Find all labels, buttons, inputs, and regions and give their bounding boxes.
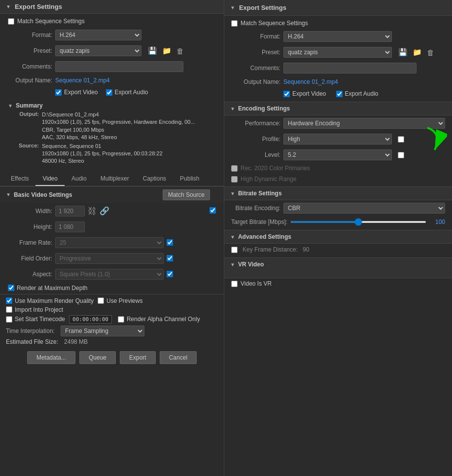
left-summary-collapse[interactable]: ▼: [8, 103, 13, 109]
left-match-sequence-row: Match Sequence Settings: [0, 14, 224, 27]
left-width-value: 1 920: [55, 206, 85, 217]
right-bitrate-slider[interactable]: [290, 221, 426, 223]
preset-import-btn[interactable]: 📁: [161, 46, 173, 56]
right-bitrate-encoding-select[interactable]: CBR: [283, 203, 445, 214]
right-match-sequence-checkbox[interactable]: [231, 20, 238, 27]
left-use-previews-label: Use Previews: [98, 297, 142, 304]
left-export-video-checkbox[interactable]: [55, 89, 62, 96]
right-advanced-settings-title: Advanced Settings: [238, 233, 291, 240]
left-preset-select[interactable]: quatz zapis: [55, 45, 141, 56]
left-export-settings-header: ▼ Export Settings: [0, 0, 224, 14]
left-time-interp-row: Time Interpolation: Frame Sampling: [6, 326, 218, 336]
left-chain-icon: ⛓: [88, 207, 97, 216]
right-preset-save-btn[interactable]: 💾: [397, 47, 409, 57]
left-export-audio-checkbox[interactable]: [106, 89, 112, 96]
right-keyframe-row: Key Frame Distance: 90: [224, 244, 452, 256]
left-file-size-label: Estimated File Size:: [6, 338, 58, 345]
left-collapse-icon[interactable]: ▼: [6, 4, 11, 9]
left-format-select[interactable]: H.264: [55, 30, 141, 40]
right-level-select[interactable]: 5.2: [283, 149, 392, 160]
left-height-row: Height: 1 080: [0, 219, 224, 235]
left-action-buttons: Metadata... Queue Export Cancel: [6, 347, 218, 366]
left-export-btn[interactable]: Export: [120, 351, 156, 364]
left-match-sequence-label: Match Sequence Settings: [17, 18, 85, 25]
right-bitrate-collapse[interactable]: ▼: [230, 191, 235, 196]
right-preset-delete-btn[interactable]: 🗑: [425, 47, 436, 57]
right-output-name-label: Output Name:: [231, 78, 280, 85]
right-preset-select[interactable]: quatz zapis: [283, 47, 392, 58]
left-bottom-bar: Use Maximum Render Quality Use Previews …: [0, 294, 224, 369]
right-bitrate-settings-header: ▼ Bitrate Settings: [224, 186, 452, 200]
right-rec2020-checkbox: [231, 165, 238, 172]
tab-video[interactable]: Video: [35, 172, 64, 186]
right-comments-label: Comments:: [231, 65, 280, 72]
right-hdr-checkbox: [231, 176, 238, 183]
right-comments-row: Comments:: [224, 60, 452, 76]
left-height-value: 1 080: [55, 221, 85, 232]
right-level-checkbox[interactable]: [398, 152, 404, 158]
left-height-label: Height:: [8, 223, 52, 230]
left-match-source-btn[interactable]: Match Source: [163, 189, 210, 200]
tab-multiplexer[interactable]: Multiplexer: [94, 172, 136, 186]
tab-effects[interactable]: Effects: [4, 172, 35, 186]
right-vr-collapse[interactable]: ▼: [230, 262, 235, 267]
right-advanced-collapse[interactable]: ▼: [230, 234, 235, 240]
right-profile-select[interactable]: High: [283, 134, 392, 145]
left-max-quality-checkbox[interactable]: [6, 297, 12, 304]
right-profile-checkbox[interactable]: [398, 136, 404, 143]
left-render-alpha-checkbox[interactable]: [118, 316, 124, 323]
right-video-is-vr-row: Video Is VR: [224, 278, 452, 289]
left-use-previews-checkbox[interactable]: [98, 297, 104, 304]
left-basic-video-header: ▼ Basic Video Settings Match Source: [0, 186, 224, 203]
tab-publish[interactable]: Publish: [173, 172, 206, 186]
right-export-settings-header: ▼ Export Settings: [224, 0, 452, 16]
right-video-is-vr-checkbox[interactable]: [231, 281, 238, 287]
left-aspect-label: Aspect:: [8, 271, 52, 278]
right-keyframe-checkbox[interactable]: [231, 247, 238, 253]
left-file-size-value: 2498 MB: [64, 338, 88, 345]
left-queue-btn[interactable]: Queue: [79, 351, 116, 364]
right-preset-import-btn[interactable]: 📁: [411, 47, 423, 57]
right-rec2020-label: Rec. 2020 Color Primaries: [241, 165, 310, 172]
left-field-order-checkbox[interactable]: [167, 255, 173, 261]
right-vr-header: ▼ VR Video: [224, 257, 452, 278]
left-render-alpha-label: Render Alpha Channel Only: [118, 316, 200, 323]
right-hdr-row: High Dynamic Range: [224, 174, 452, 184]
right-advanced-settings-header: ▼ Advanced Settings: [224, 230, 452, 244]
left-field-order-select[interactable]: Progressive: [55, 253, 164, 264]
left-summary-title: ▼ Summary: [8, 100, 216, 111]
right-encoding-collapse[interactable]: ▼: [230, 106, 235, 111]
left-frame-rate-checkbox[interactable]: [167, 239, 173, 246]
left-comments-input[interactable]: [55, 61, 183, 72]
tab-audio[interactable]: Audio: [65, 172, 94, 186]
right-export-video-checkbox[interactable]: [283, 91, 290, 97]
left-format-row: Format: H.264: [0, 27, 224, 43]
right-vr-title: VR Video: [238, 261, 264, 268]
right-encoding-settings-header: ▼ Encoding Settings: [224, 102, 452, 115]
left-output-name-link[interactable]: Sequence 01_2.mp4: [55, 77, 110, 84]
left-cancel-btn[interactable]: Cancel: [160, 351, 197, 364]
preset-save-btn[interactable]: 💾: [146, 46, 159, 56]
right-output-name-row: Output Name: Sequence 01_2.mp4: [224, 76, 452, 88]
left-metadata-btn[interactable]: Metadata...: [27, 351, 75, 364]
right-output-name-link[interactable]: Sequence 01_2.mp4: [283, 78, 338, 85]
right-comments-input[interactable]: [283, 63, 417, 73]
right-export-audio-checkbox[interactable]: [336, 91, 343, 97]
left-start-timecode-checkbox[interactable]: [6, 316, 12, 323]
left-time-interp-select[interactable]: Frame Sampling: [61, 326, 144, 336]
right-format-select[interactable]: H.264: [283, 31, 392, 42]
left-width-checkbox[interactable]: [209, 207, 216, 214]
left-max-quality-label: Use Maximum Render Quality: [6, 297, 94, 304]
left-aspect-select[interactable]: Square Pixels (1.0): [55, 269, 164, 280]
left-frame-rate-select[interactable]: 25: [55, 237, 164, 248]
left-match-sequence-checkbox[interactable]: [8, 18, 14, 25]
left-import-project-checkbox[interactable]: [6, 306, 12, 313]
left-basic-video-collapse[interactable]: ▼: [6, 192, 11, 197]
left-aspect-checkbox[interactable]: [167, 271, 173, 277]
preset-delete-btn[interactable]: 🗑: [175, 46, 185, 56]
right-performance-select[interactable]: Hardware Encoding: [283, 118, 445, 129]
right-video-is-vr-label: Video Is VR: [241, 280, 272, 287]
left-render-max-checkbox[interactable]: [8, 285, 14, 291]
tab-captions[interactable]: Captions: [136, 172, 173, 186]
right-collapse-icon[interactable]: ▼: [230, 5, 235, 10]
